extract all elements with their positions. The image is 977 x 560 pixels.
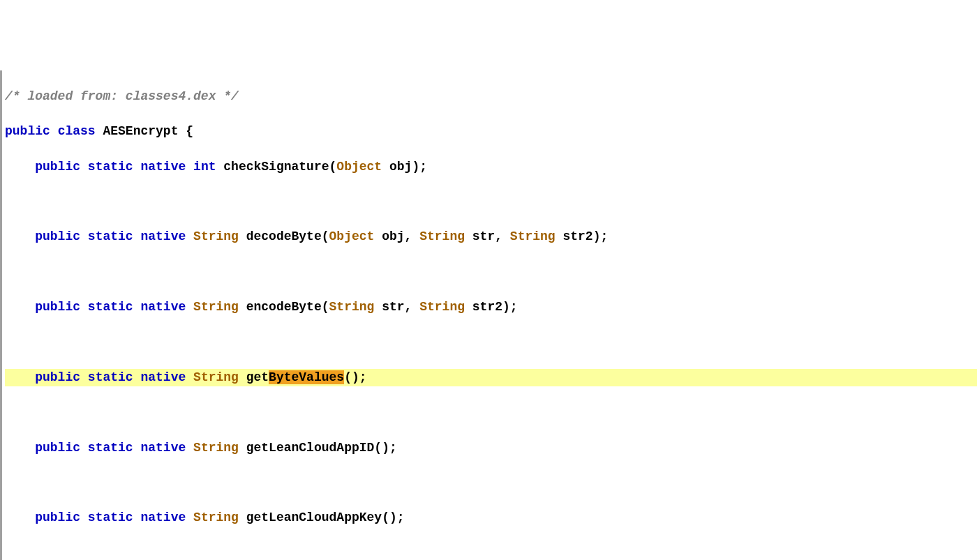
code-editor: /* loaded from: classes4.dex */ public c… xyxy=(0,70,977,560)
code-line xyxy=(5,193,977,211)
code-line xyxy=(5,545,977,560)
code-line: public static native String decodeByte(O… xyxy=(5,228,977,245)
code-line: public class AESEncrypt { xyxy=(5,123,977,140)
highlighted-line: public static native String getByteValue… xyxy=(5,369,977,386)
code-line xyxy=(5,474,977,492)
code-line: public static native String encodeByte(S… xyxy=(5,298,977,316)
code-line xyxy=(5,264,977,281)
code-line xyxy=(5,334,977,351)
code-line: public static native String getLeanCloud… xyxy=(5,509,977,527)
highlight-token: ByteValues xyxy=(269,370,344,384)
code-line: /* loaded from: classes4.dex */ xyxy=(5,88,977,105)
code-line: public static native String getLeanCloud… xyxy=(5,439,977,457)
code-line xyxy=(5,404,977,421)
comment: /* loaded from: classes4.dex */ xyxy=(5,89,239,103)
code-line: public static native int checkSignature(… xyxy=(5,158,977,176)
